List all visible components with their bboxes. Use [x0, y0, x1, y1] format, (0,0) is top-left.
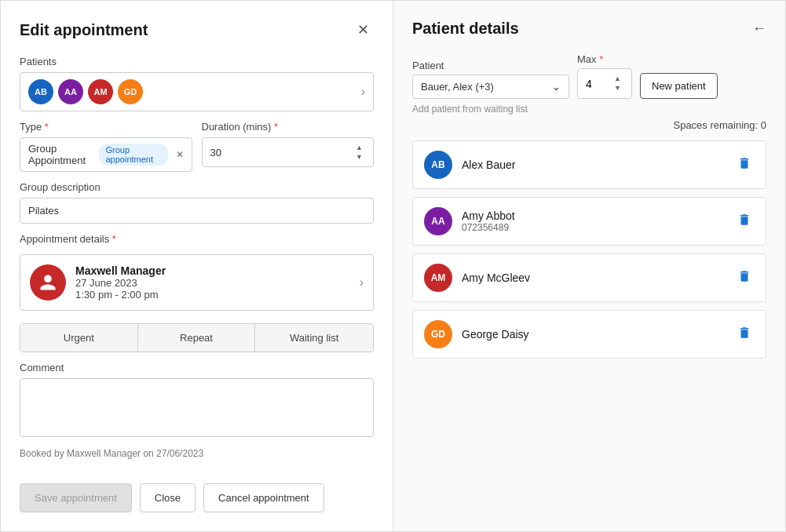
practitioner-avatar	[30, 264, 66, 301]
patient-row: GD George Daisy	[412, 310, 766, 359]
new-patient-button[interactable]: New patient	[640, 73, 718, 99]
delete-patient-button[interactable]	[734, 266, 755, 290]
appt-chevron-icon: ›	[360, 275, 364, 290]
close-icon[interactable]: ✕	[353, 20, 374, 40]
patient-avatar-ab: AB	[424, 151, 452, 179]
duration-value: 30	[210, 147, 221, 159]
close-button[interactable]: Close	[140, 483, 196, 512]
right-panel-title: Patient details	[412, 20, 519, 38]
patients-label: Patients	[20, 56, 374, 67]
save-appointment-button: Save appointment	[20, 483, 132, 512]
patient-avatar-gd: GD	[424, 320, 452, 348]
max-label: Max *	[577, 53, 632, 65]
duration-required: *	[274, 121, 278, 133]
appointment-details-box[interactable]: Maxwell Manager 27 June 2023 1:30 pm - 2…	[20, 254, 374, 311]
patient-list: AB Alex Bauer AA Amy Abbot 072356489	[412, 140, 766, 359]
type-required: *	[45, 121, 49, 133]
right-panel: Patient details ← Patient Bauer, Alex (+…	[393, 1, 785, 531]
type-duration-row: Type * Group Appointment Group appointme…	[20, 121, 374, 172]
comment-label: Comment	[20, 362, 374, 373]
appointment-date: 27 June 2023	[75, 277, 350, 289]
avatar-gd: GD	[118, 79, 143, 104]
duration-up-icon[interactable]: ▲	[353, 144, 365, 152]
patient-info: George Daisy	[462, 328, 725, 341]
practitioner-name: Maxwell Manager	[75, 264, 350, 277]
delete-patient-button[interactable]	[734, 322, 755, 346]
duration-input[interactable]: 30 ▲ ▼	[202, 137, 375, 167]
panel-title: Edit appointment	[20, 21, 148, 39]
bottom-buttons: Save appointment Close Cancel appointmen…	[20, 483, 374, 512]
patients-chevron-icon: ›	[361, 85, 365, 99]
patient-select[interactable]: Bauer, Alex (+3) ⌄	[412, 75, 569, 99]
avatar-am: AM	[88, 79, 113, 104]
appointment-time: 1:30 pm - 2:00 pm	[75, 289, 350, 301]
duration-label: Duration (mins) *	[202, 121, 375, 133]
tab-repeat[interactable]: Repeat	[138, 324, 256, 352]
right-panel-header: Patient details ←	[412, 20, 766, 38]
avatar-aa: AA	[58, 79, 83, 104]
patients-box[interactable]: AB AA AM GD ›	[20, 72, 374, 111]
back-button[interactable]: ←	[752, 20, 766, 37]
patient-select-label: Patient	[412, 60, 569, 71]
booked-by-text: Booked by Maxwell Manager on 27/06/2023	[20, 448, 374, 459]
type-field: Type * Group Appointment Group appointme…	[20, 121, 192, 172]
avatar-list: AB AA AM GD	[28, 79, 143, 104]
panel-header: Edit appointment ✕	[20, 20, 374, 40]
type-input[interactable]: Group Appointment Group appointment ✕	[20, 137, 192, 172]
tab-waiting-list[interactable]: Waiting list	[255, 324, 373, 352]
patient-phone: 072356489	[462, 222, 725, 233]
type-label: Type *	[20, 121, 192, 133]
duration-down-icon[interactable]: ▼	[353, 153, 365, 162]
patient-name: Alex Bauer	[462, 159, 725, 171]
duration-spinner: ▲ ▼	[353, 144, 365, 162]
patient-info: Amy Abbot 072356489	[462, 210, 725, 233]
appointment-info: Maxwell Manager 27 June 2023 1:30 pm - 2…	[75, 264, 350, 301]
spaces-remaining-text: Spaces remaining: 0	[412, 119, 766, 131]
patient-info: Alex Bauer	[462, 159, 725, 171]
duration-field: Duration (mins) * 30 ▲ ▼	[202, 121, 375, 172]
group-description-input[interactable]	[20, 198, 374, 224]
patient-row: AM Amy McGleev	[412, 253, 766, 302]
max-field-group: Max * 4 ▲ ▼	[577, 53, 632, 99]
delete-patient-button[interactable]	[734, 153, 755, 177]
patient-info: Amy McGleev	[462, 271, 725, 284]
type-badge: Group appointment	[99, 144, 167, 166]
patient-name: Amy McGleev	[462, 271, 725, 284]
patient-controls: Patient Bauer, Alex (+3) ⌄ Max * 4 ▲ ▼	[412, 53, 766, 99]
patient-row: AB Alex Bauer	[412, 140, 766, 189]
add-waiting-link[interactable]: Add patient from waiting list	[412, 104, 766, 115]
max-spinner: ▲ ▼	[612, 75, 623, 93]
comment-textarea[interactable]	[20, 378, 374, 437]
patient-name: Amy Abbot	[462, 210, 725, 222]
max-input[interactable]: 4 ▲ ▼	[577, 68, 632, 99]
type-clear-icon[interactable]: ✕	[176, 149, 184, 160]
patient-row: AA Amy Abbot 072356489	[412, 197, 766, 246]
max-down-icon[interactable]: ▼	[612, 84, 623, 93]
delete-patient-button[interactable]	[734, 210, 755, 233]
appt-required: *	[112, 233, 116, 245]
cancel-appointment-button[interactable]: Cancel appointment	[203, 483, 324, 512]
patient-select-value: Bauer, Alex (+3)	[421, 81, 494, 93]
max-value: 4	[586, 78, 592, 90]
group-desc-label: Group description	[20, 181, 374, 193]
patient-avatar-am: AM	[424, 264, 452, 292]
type-value: Group Appointment	[28, 143, 94, 166]
avatar-ab: AB	[28, 79, 53, 104]
patient-select-chevron-icon: ⌄	[552, 81, 561, 93]
appt-details-label: Appointment details *	[20, 233, 374, 245]
left-panel: Edit appointment ✕ Patients AB AA AM GD …	[1, 1, 393, 531]
appointment-tabs: Urgent Repeat Waiting list	[20, 323, 374, 352]
patient-avatar-aa: AA	[424, 207, 452, 235]
patient-name: George Daisy	[462, 328, 725, 341]
max-up-icon[interactable]: ▲	[612, 75, 623, 83]
tab-urgent[interactable]: Urgent	[20, 324, 138, 352]
max-required: *	[599, 53, 603, 65]
patient-select-group: Patient Bauer, Alex (+3) ⌄	[412, 60, 569, 99]
